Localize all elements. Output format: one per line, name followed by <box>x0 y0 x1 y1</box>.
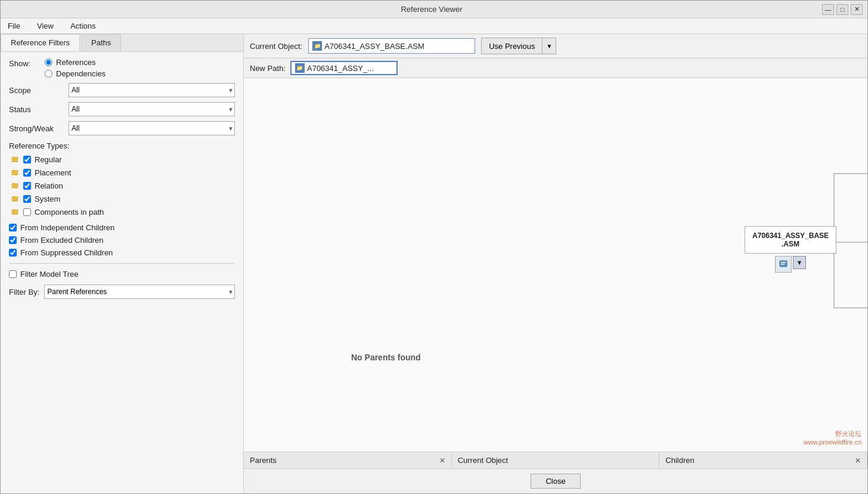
use-previous-dropdown[interactable]: ▼ <box>542 38 556 54</box>
use-previous-button[interactable]: Use Previous <box>482 38 542 54</box>
checkbox-relation[interactable]: Relation <box>23 181 63 190</box>
show-radio-group: References Dependencies <box>45 58 106 78</box>
menu-view[interactable]: View <box>33 20 57 32</box>
current-object-label: Current Object: <box>250 42 302 51</box>
checkbox-regular[interactable]: Regular <box>23 155 62 164</box>
checkbox-placement[interactable]: Placement <box>23 168 71 177</box>
strong-weak-select[interactable]: All Strong Weak <box>69 121 235 135</box>
tab-current-object[interactable]: Current Object <box>452 452 660 468</box>
scope-label: Scope <box>9 86 69 95</box>
status-row: Status All Current Modified ▼ <box>9 102 235 116</box>
new-path-value: A706341_ASSY_... <box>307 64 374 73</box>
tab-current-object-label: Current Object <box>458 456 509 465</box>
ref-type-regular: ≋ Regular <box>9 154 235 165</box>
radio-dependencies-label: Dependencies <box>56 69 106 78</box>
ref-type-components: ≋ Components in path <box>9 206 235 217</box>
checkbox-components-input[interactable] <box>23 208 31 216</box>
scope-select[interactable]: All Session Workspace <box>69 83 235 97</box>
center-node-container: A706341_ASSY_BASE .ASM ▼ <box>745 226 836 273</box>
main-content: Reference Filters Paths Show: References <box>1 34 867 493</box>
zigzag-icon-regular: ≋ <box>9 154 20 165</box>
strong-weak-label: Strong/Weak <box>9 124 69 133</box>
ref-type-system: ≋ System <box>9 193 235 204</box>
radio-dependencies[interactable]: Dependencies <box>45 69 106 78</box>
main-window: Reference Viewer — □ ✕ File View Actions… <box>0 0 868 494</box>
checkbox-excluded-input[interactable] <box>9 236 17 244</box>
zigzag-icon-relation: ≋ <box>9 180 20 191</box>
checkbox-relation-input[interactable] <box>23 182 31 190</box>
checkbox-suppressed-label: From Suppressed Children <box>20 248 113 257</box>
close-button[interactable]: Close <box>531 474 580 489</box>
tab-paths[interactable]: Paths <box>81 34 121 51</box>
checkbox-placement-label: Placement <box>35 168 71 177</box>
checkbox-independent[interactable]: From Independent Children <box>9 223 235 232</box>
tab-children-close[interactable]: ✕ <box>855 456 861 465</box>
checkbox-suppressed-input[interactable] <box>9 249 17 257</box>
checkbox-placement-input[interactable] <box>23 169 31 177</box>
new-path-input[interactable]: 📁 A706341_ASSY_... <box>290 61 398 75</box>
ref-type-placement: ≋ Placement <box>9 167 235 178</box>
use-previous-group: Use Previous ▼ <box>481 38 556 54</box>
strong-weak-select-wrapper: All Strong Weak ▼ <box>69 121 235 135</box>
strong-weak-row: Strong/Weak All Strong Weak ▼ <box>9 121 235 135</box>
filter-by-select[interactable]: Parent References Child References All R… <box>44 285 235 299</box>
tab-parents[interactable]: Parents ✕ <box>244 452 452 468</box>
center-node-icon-btn[interactable] <box>775 256 792 273</box>
tab-parents-label: Parents <box>250 456 277 465</box>
ref-types-label: Reference Types: <box>9 141 235 150</box>
radio-dependencies-input[interactable] <box>45 70 52 78</box>
radio-references[interactable]: References <box>45 58 106 67</box>
center-node-buttons: ▼ <box>775 256 806 273</box>
filter-by-label: Filter By: <box>9 288 39 297</box>
divider <box>9 263 235 264</box>
checkbox-relation-label: Relation <box>35 181 63 190</box>
menu-actions[interactable]: Actions <box>67 20 100 32</box>
window-controls: — □ ✕ <box>822 4 863 15</box>
menu-bar: File View Actions <box>1 18 867 34</box>
current-object-input[interactable]: 📁 A706341_ASSY_BASE.ASM <box>308 38 475 54</box>
checkbox-system-input[interactable] <box>23 195 31 203</box>
checkbox-suppressed[interactable]: From Suppressed Children <box>9 248 235 257</box>
radio-references-input[interactable] <box>45 58 52 66</box>
new-path-bar: New Path: 📁 A706341_ASSY_... <box>244 58 867 78</box>
checkbox-excluded[interactable]: From Excluded Children <box>9 236 235 245</box>
title-bar: Reference Viewer — □ ✕ <box>1 1 867 18</box>
bottom-tabs: Parents ✕ Current Object Children ✕ <box>244 452 867 468</box>
maximize-button[interactable]: □ <box>836 4 848 15</box>
filter-panel: Show: References Dependencies <box>1 52 243 493</box>
center-node-line2: .ASM <box>752 240 829 248</box>
zigzag-icon-placement: ≋ <box>9 167 20 178</box>
minimize-button[interactable]: — <box>822 4 834 15</box>
svg-rect-12 <box>781 262 786 263</box>
close-button-title[interactable]: ✕ <box>851 4 863 15</box>
show-label: Show: <box>9 59 45 68</box>
svg-rect-13 <box>781 264 785 265</box>
checkbox-components[interactable]: Components in path <box>23 208 104 217</box>
new-path-label: New Path: <box>250 64 286 73</box>
tab-children[interactable]: Children ✕ <box>659 452 867 468</box>
graph-area: No Parents found A706341_ASSY_BASE .ASM … <box>244 78 867 452</box>
right-toolbar: Current Object: 📁 A706341_ASSY_BASE.ASM … <box>244 34 867 58</box>
checkbox-filter-model-input[interactable] <box>9 270 17 278</box>
checkbox-system[interactable]: System <box>23 194 60 203</box>
checkbox-regular-input[interactable] <box>23 156 31 163</box>
expand-icon: ▼ <box>796 259 803 266</box>
checkbox-filter-model-label: Filter Model Tree <box>20 270 79 279</box>
tab-reference-filters[interactable]: Reference Filters <box>1 34 80 51</box>
scope-select-wrapper: All Session Workspace ▼ <box>69 83 235 97</box>
center-node-expand-btn[interactable]: ▼ <box>793 256 806 269</box>
status-select[interactable]: All Current Modified <box>69 102 235 116</box>
object-icon: 📁 <box>312 41 322 51</box>
current-object-value: A706341_ASSY_BASE.ASM <box>324 42 424 51</box>
checkbox-components-label: Components in path <box>35 208 104 217</box>
filter-by-row: Filter By: Parent References Child Refer… <box>9 285 235 299</box>
menu-file[interactable]: File <box>4 20 24 32</box>
show-section: Show: References Dependencies <box>9 58 235 78</box>
checkbox-excluded-label: From Excluded Children <box>20 236 103 245</box>
checkbox-independent-input[interactable] <box>9 224 17 231</box>
reference-types-section: ≋ Regular ≋ Placement <box>9 154 235 217</box>
new-path-icon: 📁 <box>295 63 305 73</box>
checkbox-filter-model[interactable]: Filter Model Tree <box>9 270 235 279</box>
tab-parents-close[interactable]: ✕ <box>439 456 445 465</box>
status-label: Status <box>9 105 69 114</box>
